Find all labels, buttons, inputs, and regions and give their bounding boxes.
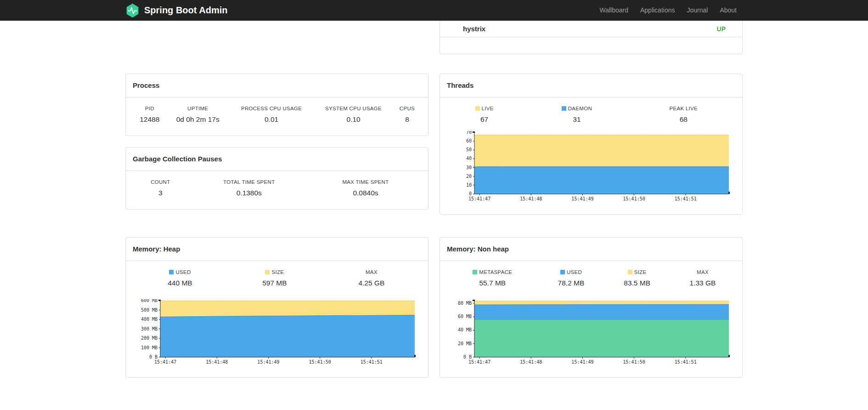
- heap-size-swatch-icon: [265, 270, 270, 274]
- svg-text:0 B: 0 B: [463, 354, 472, 359]
- nav-about[interactable]: About: [714, 0, 743, 21]
- legend-heap-max: MAX 4.25 GB: [322, 269, 421, 287]
- legend-peak-live: PEAK LIVE 68: [632, 106, 735, 124]
- legend-live: LIVE 67: [447, 106, 522, 124]
- svg-text:15:41:51: 15:41:51: [675, 359, 697, 364]
- stat-cpus: CPUS 8: [393, 106, 421, 124]
- stat-gc-count: COUNT 3: [133, 179, 188, 197]
- svg-text:300 MB: 300 MB: [141, 326, 158, 331]
- status-badge: UP: [717, 25, 726, 33]
- stat-uptime: UPTIME 0d 0h 2m 17s: [166, 106, 229, 124]
- memory-nonheap-area-chart: 0 B20 MB40 MB60 MB80 MB15:41:4715:41:481…: [447, 299, 735, 365]
- svg-text:0: 0: [469, 191, 472, 196]
- brand-link[interactable]: Spring Boot Admin: [125, 3, 227, 17]
- stat-process-cpu-usage: PROCESS CPU USAGE 0.01: [229, 106, 314, 124]
- nonheap-size-swatch-icon: [628, 270, 632, 274]
- svg-text:50: 50: [466, 147, 472, 152]
- legend-nonheap-size: SIZE 83.5 MB: [604, 269, 670, 287]
- svg-text:70: 70: [466, 131, 472, 135]
- svg-text:15:41:48: 15:41:48: [206, 359, 228, 364]
- nonheap-used-swatch-icon: [560, 270, 565, 274]
- svg-text:15:41:49: 15:41:49: [257, 359, 279, 364]
- svg-text:15:41:47: 15:41:47: [154, 359, 176, 364]
- nav-applications[interactable]: Applications: [634, 0, 681, 21]
- svg-text:15:41:50: 15:41:50: [623, 359, 645, 364]
- memory-nonheap-panel: Memory: Non heap METASPACE 55.7 MB USED …: [440, 237, 743, 378]
- nav-journal[interactable]: Journal: [681, 0, 714, 21]
- svg-text:40 MB: 40 MB: [458, 327, 472, 332]
- svg-text:60: 60: [466, 138, 472, 143]
- svg-text:15:41:48: 15:41:48: [520, 359, 542, 364]
- process-panel-title: Process: [126, 74, 428, 97]
- service-name: hystrix: [463, 25, 485, 33]
- memory-heap-area-chart: 0 B100 MB200 MB300 MB400 MB500 MB600 MB1…: [133, 299, 421, 365]
- top-navbar: Spring Boot Admin Wallboard Applications…: [0, 0, 868, 21]
- threads-panel: Threads LIVE 67 DAEMON 31 PEAK LIVE 68: [440, 74, 743, 215]
- memory-heap-panel: Memory: Heap USED 440 MB SIZE 597 MB MAX…: [125, 237, 428, 378]
- memory-heap-title: Memory: Heap: [126, 238, 428, 261]
- legend-heap-size: SIZE 597 MB: [227, 269, 322, 287]
- threads-area-chart: 01020304050607015:41:4715:41:4815:41:491…: [447, 131, 735, 202]
- svg-text:15:41:47: 15:41:47: [468, 359, 490, 364]
- svg-text:15:41:51: 15:41:51: [361, 359, 383, 364]
- svg-text:15:41:50: 15:41:50: [623, 196, 645, 201]
- gc-pauses-panel: Garbage Collection Pauses COUNT 3 TOTAL …: [125, 147, 428, 210]
- svg-text:15:41:49: 15:41:49: [571, 359, 593, 364]
- svg-text:20 MB: 20 MB: [458, 341, 472, 346]
- live-swatch-icon: [475, 106, 480, 111]
- gc-stats: COUNT 3 TOTAL TIME SPENT 0.1380s MAX TIM…: [133, 179, 421, 197]
- svg-text:500 MB: 500 MB: [141, 308, 158, 313]
- svg-text:15:41:51: 15:41:51: [675, 196, 697, 201]
- gc-panel-title: Garbage Collection Pauses: [126, 148, 428, 171]
- navbar-menu: Wallboard Applications Journal About: [593, 0, 743, 21]
- stat-gc-max-time: MAX TIME SPENT 0.0840s: [310, 179, 421, 197]
- svg-text:200 MB: 200 MB: [141, 336, 158, 341]
- stat-pid: PID 12488: [133, 106, 166, 124]
- legend-nonheap-max: MAX 1.33 GB: [670, 269, 735, 287]
- legend-nonheap-used: USED 78.2 MB: [538, 269, 604, 287]
- svg-text:15:41:47: 15:41:47: [468, 196, 490, 201]
- svg-text:30: 30: [466, 165, 472, 170]
- daemon-swatch-icon: [562, 106, 566, 111]
- svg-text:100 MB: 100 MB: [141, 345, 158, 350]
- metaspace-swatch-icon: [473, 270, 477, 274]
- svg-text:400 MB: 400 MB: [141, 317, 158, 322]
- svg-text:10: 10: [466, 182, 472, 188]
- heap-used-swatch-icon: [169, 270, 174, 274]
- brand-title: Spring Boot Admin: [144, 5, 227, 16]
- svg-text:80 MB: 80 MB: [458, 301, 472, 306]
- spring-boot-admin-logo-icon: [125, 3, 140, 17]
- svg-text:60 MB: 60 MB: [458, 314, 472, 319]
- process-stats: PID 12488 UPTIME 0d 0h 2m 17s PROCESS CP…: [133, 106, 421, 124]
- nav-wallboard[interactable]: Wallboard: [593, 0, 634, 21]
- memory-heap-legend: USED 440 MB SIZE 597 MB MAX 4.25 GB: [133, 269, 421, 287]
- svg-text:600 MB: 600 MB: [141, 299, 158, 303]
- service-row-hystrix[interactable]: hystrix UP: [440, 21, 742, 37]
- svg-text:15:41:49: 15:41:49: [571, 196, 593, 201]
- empty-left-spacer: [125, 21, 428, 54]
- svg-text:15:41:50: 15:41:50: [309, 359, 331, 364]
- legend-heap-used: USED 440 MB: [133, 269, 227, 287]
- svg-text:40: 40: [466, 156, 472, 161]
- threads-panel-title: Threads: [440, 74, 742, 97]
- memory-nonheap-legend: METASPACE 55.7 MB USED 78.2 MB SIZE 83.5…: [447, 269, 735, 287]
- legend-metaspace: METASPACE 55.7 MB: [447, 269, 538, 287]
- memory-nonheap-title: Memory: Non heap: [440, 238, 742, 261]
- stat-gc-total-time: TOTAL TIME SPENT 0.1380s: [188, 179, 310, 197]
- services-status-panel: hystrix UP: [440, 21, 743, 54]
- stat-system-cpu-usage: SYSTEM CPU USAGE 0.10: [314, 106, 393, 124]
- svg-text:15:41:48: 15:41:48: [520, 196, 542, 201]
- svg-text:20: 20: [466, 174, 472, 179]
- threads-legend: LIVE 67 DAEMON 31 PEAK LIVE 68: [447, 106, 735, 124]
- legend-daemon: DAEMON 31: [522, 106, 631, 124]
- process-panel: Process PID 12488 UPTIME 0d 0h 2m 17s PR…: [125, 74, 428, 136]
- svg-text:0 B: 0 B: [149, 354, 158, 359]
